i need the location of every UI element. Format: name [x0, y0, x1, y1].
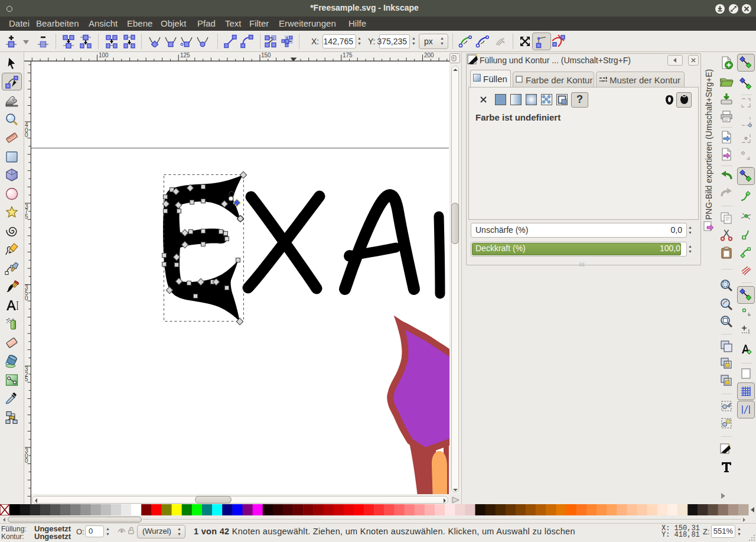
- svg-text:150: 150: [261, 52, 271, 59]
- svg-text:175: 175: [343, 52, 353, 59]
- svg-text:0: 0: [25, 457, 28, 464]
- svg-text:100: 100: [99, 52, 109, 59]
- svg-text:0: 0: [25, 295, 28, 301]
- svg-text:5: 5: [25, 213, 28, 220]
- svg-text:200: 200: [424, 52, 434, 59]
- svg-text:0: 0: [25, 132, 28, 138]
- svg-text:5: 5: [25, 376, 28, 382]
- svg-text:125: 125: [180, 52, 190, 59]
